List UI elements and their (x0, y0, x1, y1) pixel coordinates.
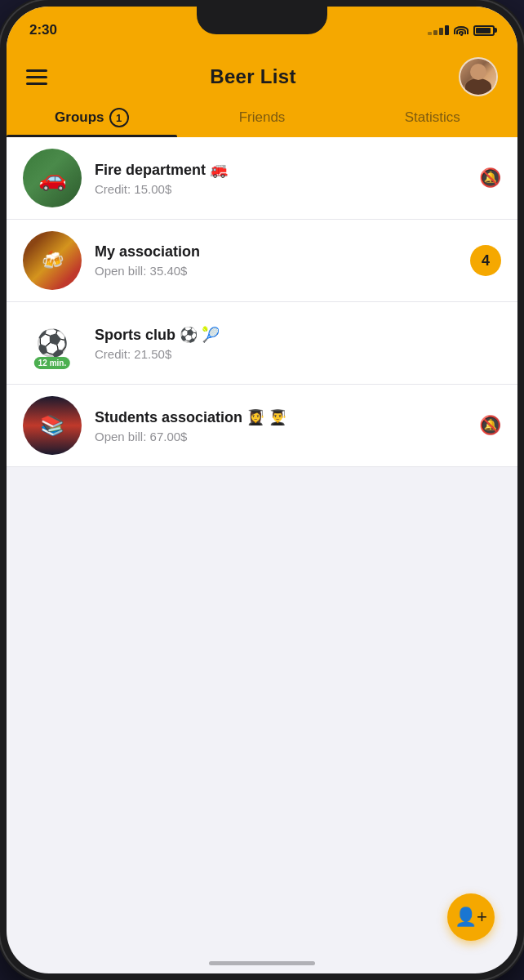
sports-image: ⚽ 12 min. (23, 314, 82, 372)
group-avatar-fire: 🚗 (23, 149, 82, 207)
user-avatar[interactable] (459, 57, 498, 96)
tab-statistics-label: Statistics (405, 109, 460, 126)
tab-friends-label: Friends (239, 109, 286, 126)
group-action-students: 🔕 (479, 415, 501, 436)
status-icons (428, 24, 495, 36)
list-item[interactable]: 🚗 Fire department 🚒 Credit: 15.00$ 🔕 (7, 137, 517, 220)
group-avatar-association: 🍻 (23, 231, 82, 290)
group-subtitle-students: Open bill: 67.00$ (95, 430, 466, 443)
group-subtitle-fire: Credit: 15.00$ (95, 182, 466, 196)
group-name-sports: Sports club ⚽ 🎾 (95, 326, 488, 344)
group-name-students: Students association 👩‍🎓 👨‍🎓 (95, 408, 466, 426)
screen: 2:30 (7, 7, 517, 973)
association-image: 🍻 (23, 231, 82, 290)
tab-groups[interactable]: Groups 1 (7, 108, 177, 137)
signal-icon (428, 25, 449, 35)
group-avatar-sports: ⚽ 12 min. (23, 314, 82, 372)
group-info-students: Students association 👩‍🎓 👨‍🎓 Open bill: … (95, 408, 466, 443)
group-subtitle-sports: Credit: 21.50$ (95, 347, 488, 361)
add-user-icon: 👤+ (455, 906, 487, 928)
tab-friends[interactable]: Friends (177, 108, 348, 137)
group-info-sports: Sports club ⚽ 🎾 Credit: 21.50$ (95, 326, 488, 361)
bell-muted-icon-2: 🔕 (479, 415, 501, 435)
fire-dept-image: 🚗 (23, 149, 82, 207)
page-title: Beer List (210, 65, 295, 88)
add-group-button[interactable]: 👤+ (447, 893, 495, 941)
group-avatar-students: 📚 (23, 396, 82, 455)
list-item[interactable]: ⚽ 12 min. Sports club ⚽ 🎾 Credit: 21.50$ (7, 302, 517, 385)
header: Beer List (7, 47, 517, 96)
group-subtitle-association: Open bill: 35.40$ (95, 264, 457, 278)
students-image: 📚 (23, 396, 82, 455)
avatar-image (460, 59, 496, 95)
group-name-association: My association (95, 243, 457, 261)
tab-groups-badge: 1 (109, 108, 129, 127)
battery-icon (473, 25, 495, 36)
notch (197, 7, 327, 34)
tab-statistics[interactable]: Statistics (347, 108, 517, 137)
group-name-fire: Fire department 🚒 (95, 161, 466, 179)
group-action-fire: 🔕 (479, 167, 501, 189)
group-info-association: My association Open bill: 35.40$ (95, 243, 457, 278)
main-content: 🚗 Fire department 🚒 Credit: 15.00$ 🔕 (7, 137, 517, 973)
groups-list: 🚗 Fire department 🚒 Credit: 15.00$ 🔕 (7, 137, 517, 467)
menu-button[interactable] (26, 69, 47, 85)
wifi-icon (454, 24, 468, 36)
group-info-fire: Fire department 🚒 Credit: 15.00$ (95, 161, 466, 196)
list-item[interactable]: 🍻 My association Open bill: 35.40$ 4 (7, 220, 517, 302)
group-action-association: 4 (470, 245, 501, 276)
bell-muted-icon: 🔕 (479, 167, 501, 188)
time-badge: 12 min. (34, 357, 70, 369)
phone-frame: 2:30 (0, 0, 524, 980)
home-indicator (209, 961, 315, 965)
list-item[interactable]: 📚 Students association 👩‍🎓 👨‍🎓 Open bill… (7, 385, 517, 467)
screen-content: 2:30 (7, 7, 517, 973)
status-time: 2:30 (29, 22, 57, 38)
tabs-bar: Groups 1 Friends Statistics (7, 96, 517, 137)
notification-badge: 4 (470, 245, 501, 276)
tab-groups-label: Groups (55, 109, 104, 126)
